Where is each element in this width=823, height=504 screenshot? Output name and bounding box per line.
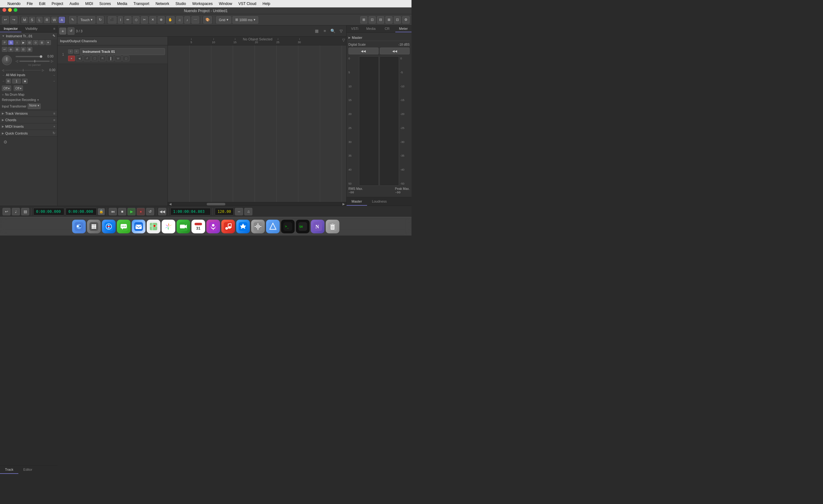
menu-audio[interactable]: Audio (68, 1, 80, 7)
midi-inserts-icon[interactable]: + (53, 125, 55, 128)
menu-help[interactable]: Help (262, 1, 272, 7)
lock-button[interactable]: 🔒 (98, 208, 105, 215)
refresh-button[interactable]: ↻ (97, 16, 104, 24)
mode-l[interactable]: L (36, 17, 42, 23)
metronome-button[interactable]: ♩ (12, 208, 20, 215)
quick-controls-header[interactable]: ▶ Quick Controls ↻ (0, 130, 57, 136)
track-versions-icon[interactable]: ≡ (53, 112, 55, 115)
insp-btn-grid2[interactable]: ⊞ (14, 47, 20, 52)
play-btn[interactable]: ▶ (128, 208, 136, 215)
off-left-dropdown[interactable]: Off ▾ (2, 86, 11, 91)
toolbar-right-5[interactable]: ⊡ (394, 16, 401, 24)
meter-ctrl-right[interactable]: ◀◀ (380, 47, 410, 54)
menu-nuendo[interactable]: Nuendo (6, 1, 22, 7)
inspector-gear-btn[interactable]: ⚙ (2, 139, 9, 145)
track-w-btn[interactable]: W (115, 56, 122, 61)
more-tools[interactable]: ⋯ (191, 16, 199, 24)
dock-item-nuendo[interactable]: N (311, 220, 324, 233)
stop-btn[interactable]: ■ (118, 208, 126, 215)
color-tool[interactable]: 🎨 (203, 16, 212, 24)
filter-icon[interactable]: ▽ (342, 38, 345, 42)
insp-btn-play[interactable]: ▶ (20, 40, 26, 45)
dock-item-maps[interactable] (147, 220, 160, 233)
dock-item-calendar[interactable]: 31 (191, 220, 205, 233)
volume-knob[interactable] (2, 55, 12, 65)
midi-inserts-header[interactable]: ▶ MIDI Inserts + (0, 123, 57, 130)
minimize-button[interactable] (8, 8, 12, 12)
speaker-tool[interactable]: ♪ (184, 16, 190, 24)
menu-edit[interactable]: Edit (38, 1, 47, 7)
media-tab[interactable]: Media (363, 25, 379, 32)
dock-item-finder[interactable] (72, 220, 86, 233)
pencil-tool[interactable]: ✏ (124, 16, 132, 24)
master-bottom-tab[interactable]: Master (347, 197, 367, 206)
track-rec-btn[interactable]: ● (68, 56, 75, 61)
canvas-area[interactable] (168, 45, 346, 202)
zoom-tool[interactable]: ⊕ (158, 16, 165, 24)
midi-input-expand[interactable]: → (52, 73, 55, 77)
menu-project[interactable]: Project (50, 1, 64, 7)
menu-workspaces[interactable]: Workspaces (191, 1, 214, 7)
insp-btn-circle[interactable]: ⊙ (33, 40, 38, 45)
dock-item-settings[interactable] (251, 220, 265, 233)
dock-item-facetime[interactable] (177, 220, 190, 233)
track-view-btn2[interactable]: ≡ (321, 28, 328, 34)
add-track-button[interactable]: + (59, 28, 66, 34)
mode-s[interactable]: S (29, 17, 35, 23)
insp-btn-minus[interactable]: ⊟ (27, 40, 32, 45)
volume-slider[interactable] (16, 56, 42, 57)
horizontal-scrollbar[interactable]: ◀ ▶ (168, 202, 346, 206)
toolbar-right-2[interactable]: ⊡ (369, 16, 376, 24)
track-monitor-btn[interactable]: ◀ (76, 56, 83, 61)
track-link-btn[interactable]: ◻ (123, 56, 129, 61)
insp-btn-grid[interactable]: ⊞ (39, 40, 45, 45)
dock-item-music[interactable] (221, 220, 235, 233)
scissors-tool[interactable]: ✂ (141, 16, 148, 24)
eraser-tool[interactable]: ◇ (133, 16, 140, 24)
menu-scores[interactable]: Scores (98, 1, 112, 7)
sync-btn[interactable]: ↔ (235, 208, 243, 215)
mode-a[interactable]: A (59, 17, 65, 23)
time-display-right[interactable]: 0:00:00.000 (65, 208, 97, 215)
insp-btn-undo[interactable]: ↩ (2, 47, 7, 52)
scroll-right-arrow[interactable]: ▶ (342, 202, 345, 206)
dock-item-podcasts[interactable] (206, 220, 220, 233)
dock-item-altair[interactable] (266, 220, 280, 233)
dock-item-launchpad[interactable] (87, 220, 101, 233)
track-filter-btn[interactable]: ▽ (338, 28, 344, 34)
tempo-display[interactable]: 120.00 (215, 208, 234, 215)
dock-item-trash[interactable] (326, 220, 339, 233)
cr-tab[interactable]: CR (379, 25, 395, 32)
inspector-close[interactable]: ≡ (51, 25, 57, 32)
inspector-tab[interactable]: Inspector (0, 25, 21, 32)
range-tool[interactable]: I (118, 16, 123, 24)
prev-marker-btn[interactable]: ◀◀ (158, 208, 166, 215)
cycle-button[interactable]: ↩ (2, 208, 11, 215)
scrollbar-thumb[interactable] (207, 203, 225, 205)
insp-btn-s[interactable]: S (8, 40, 14, 45)
toolbar-settings[interactable]: ⚙ (402, 16, 409, 24)
tune-btn[interactable]: ♫ (244, 208, 253, 215)
select-tool[interactable]: ⬛ (108, 16, 117, 24)
mute-tool[interactable]: ♫ (176, 16, 183, 24)
insp-btn-add[interactable]: ⊕ (8, 47, 14, 52)
track-search-btn[interactable]: 🔍 (329, 28, 336, 34)
dock-item-shell[interactable]: SH (296, 220, 310, 233)
insp-btn-p[interactable]: P (2, 40, 7, 45)
chords-icon[interactable]: ≡ (53, 118, 55, 122)
maximize-button[interactable] (14, 8, 17, 12)
loudness-tab[interactable]: Loudness (367, 197, 392, 206)
toolbar-right-4[interactable]: ⊠ (385, 16, 392, 24)
pan-slider[interactable] (19, 60, 50, 62)
menu-window[interactable]: Window (217, 1, 233, 7)
goto-start-btn[interactable]: ⏮ (109, 208, 117, 215)
dock-item-appstore[interactable] (236, 220, 250, 233)
insp-btn-box[interactable]: ⊠ (27, 47, 32, 52)
track-versions-header[interactable]: ▶ Track Versions ≡ (0, 110, 57, 117)
close-button[interactable] (2, 8, 6, 12)
track-icon-1[interactable]: ≡ (68, 49, 73, 54)
menu-media[interactable]: Media (116, 1, 129, 7)
menu-file[interactable]: File (25, 1, 34, 7)
channel-diamond[interactable]: ◆ (22, 78, 28, 83)
grid-dropdown[interactable]: Grid ▾ (216, 16, 231, 24)
